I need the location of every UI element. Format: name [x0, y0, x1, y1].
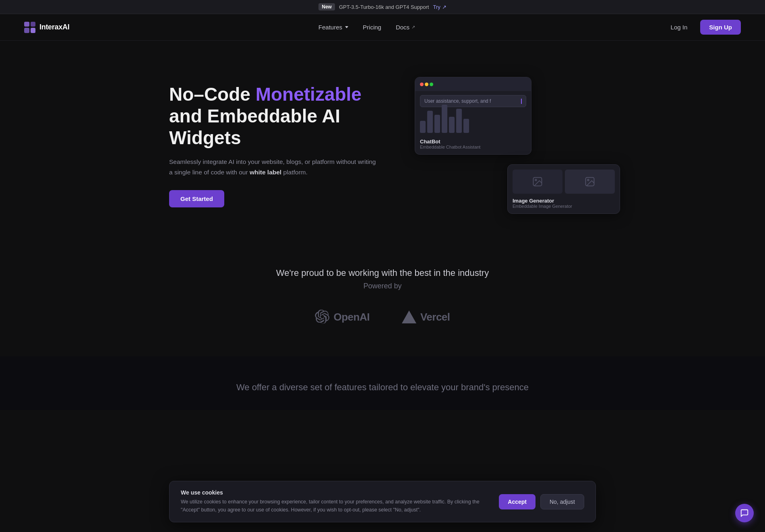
imggen-label: Image Generator Embeddable Image Generat… [513, 198, 615, 209]
bar-3 [434, 115, 440, 133]
nav-pricing-link[interactable]: Pricing [363, 24, 381, 31]
imggen-grid [513, 170, 615, 194]
window-dots [420, 81, 434, 88]
imggen-card: Image Generator Embeddable Image Generat… [507, 164, 620, 214]
chat-bars [415, 111, 531, 135]
logo-link[interactable]: InteraxAI [24, 22, 69, 33]
bar-7 [463, 119, 469, 133]
imggen-placeholder-1 [513, 170, 562, 194]
external-link-icon: ↗ [411, 25, 415, 30]
cursor-icon [521, 99, 522, 104]
chatbot-card: User assistance, support, and f ChatBot … [415, 77, 531, 155]
powered-heading: We're proud to be working with the best … [8, 266, 757, 279]
features-teaser-section: We offer a diverse set of features tailo… [0, 356, 765, 410]
top-banner: New GPT-3.5-Turbo-16k and GPT4 Support T… [0, 0, 765, 14]
nav-links: Features Pricing Docs ↗ [318, 24, 415, 31]
logo-name: InteraxAI [39, 23, 69, 31]
hero-content: No–Code Monetizable and Embeddable AI Wi… [169, 83, 378, 208]
nav-docs-link[interactable]: Docs ↗ [396, 24, 415, 31]
powered-sub: Powered by [8, 282, 757, 290]
bar-5 [449, 117, 455, 133]
hero-title: No–Code Monetizable and Embeddable AI Wi… [169, 83, 378, 149]
chevron-down-icon [345, 26, 348, 28]
vercel-logo: Vercel [402, 311, 450, 323]
logo-icon [24, 22, 35, 33]
signup-button[interactable]: Sign Up [700, 20, 741, 35]
cookie-adjust-button[interactable]: No, adjust [540, 494, 584, 509]
svg-point-3 [587, 179, 589, 181]
chat-input-mock: User assistance, support, and f [420, 95, 526, 107]
bar-4 [442, 105, 447, 133]
get-started-button[interactable]: Get Started [169, 190, 224, 207]
partners: OpenAI Vercel [8, 310, 757, 324]
powered-section: We're proud to be working with the best … [0, 242, 765, 356]
chatbot-card-header [415, 77, 531, 91]
imggen-placeholder-2 [565, 170, 615, 194]
login-button[interactable]: Log In [664, 21, 694, 34]
hero-visual: User assistance, support, and f ChatBot … [411, 73, 620, 218]
external-arrow-icon: ↗ [442, 4, 447, 10]
openai-wordmark: OpenAI [333, 311, 369, 323]
bar-6 [456, 109, 462, 133]
cookie-title: We use cookies [181, 489, 489, 496]
svg-point-1 [535, 179, 537, 181]
cookie-banner: We use cookies We utilize cookies to enh… [169, 481, 596, 522]
features-teaser-text: We offer a diverse set of features tailo… [8, 381, 757, 394]
chat-widget-button[interactable] [735, 504, 754, 522]
cookie-actions: Accept No, adjust [499, 494, 584, 509]
openai-icon [315, 310, 329, 324]
bar-2 [427, 111, 433, 133]
chatbot-card-label: ChatBot Embeddable Chatbot Assistant [415, 135, 531, 154]
banner-text: GPT-3.5-Turbo-16k and GPT4 Support [339, 4, 429, 10]
vercel-wordmark: Vercel [420, 311, 450, 323]
navbar: InteraxAI Features Pricing Docs ↗ Log In… [0, 14, 765, 41]
bar-1 [420, 121, 426, 133]
banner-try-link[interactable]: Try ↗ [433, 4, 446, 10]
chat-widget-icon [740, 509, 749, 518]
nav-features-link[interactable]: Features [318, 24, 348, 31]
cookie-content: We use cookies We utilize cookies to enh… [181, 489, 489, 514]
banner-badge: New [318, 3, 335, 10]
openai-logo: OpenAI [315, 310, 369, 324]
cookie-text: We utilize cookies to enhance your brows… [181, 498, 489, 514]
cookie-accept-button[interactable]: Accept [499, 494, 536, 509]
hero-subtitle: Seamlessly integrate AI into your websit… [169, 157, 378, 177]
vercel-triangle-icon [402, 311, 416, 323]
hero-section: No–Code Monetizable and Embeddable AI Wi… [121, 41, 644, 242]
nav-actions: Log In Sign Up [664, 20, 741, 35]
